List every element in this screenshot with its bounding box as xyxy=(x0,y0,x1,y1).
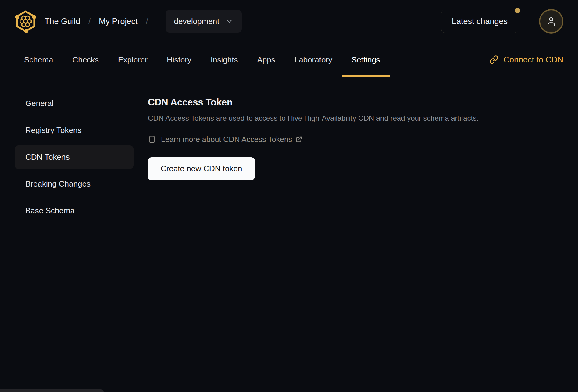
chevron-down-icon xyxy=(225,17,233,25)
tab-history[interactable]: History xyxy=(157,43,201,77)
page-title: CDN Access Token xyxy=(148,97,563,108)
breadcrumb-project[interactable]: My Project xyxy=(99,17,138,26)
latest-changes-label: Latest changes xyxy=(452,17,508,26)
sidebar-item-registry-tokens[interactable]: Registry Tokens xyxy=(15,119,134,142)
user-icon xyxy=(546,16,557,27)
user-avatar[interactable] xyxy=(539,9,563,34)
tab-checks[interactable]: Checks xyxy=(63,43,108,77)
page-description: CDN Access Tokens are used to access to … xyxy=(148,114,563,123)
connect-to-cdn-link[interactable]: Connect to CDN xyxy=(489,55,563,65)
create-cdn-token-button[interactable]: Create new CDN token xyxy=(148,157,255,180)
bottom-partial-toast[interactable] xyxy=(0,389,104,392)
target-selector-dropdown[interactable]: development xyxy=(166,10,242,33)
tab-insights[interactable]: Insights xyxy=(201,43,248,77)
tab-explorer[interactable]: Explorer xyxy=(109,43,157,77)
app-header: The Guild / My Project / development Lat… xyxy=(0,0,578,43)
header-actions: Latest changes xyxy=(441,9,563,34)
project-tabs: Schema Checks Explorer History Insights … xyxy=(0,43,578,77)
settings-sidebar: General Registry Tokens CDN Tokens Break… xyxy=(15,92,134,226)
latest-changes-button[interactable]: Latest changes xyxy=(441,10,518,33)
hive-logo-icon[interactable] xyxy=(15,10,37,33)
cdn-token-panel: CDN Access Token CDN Access Tokens are u… xyxy=(148,92,563,226)
settings-content: General Registry Tokens CDN Tokens Break… xyxy=(0,77,578,226)
notification-dot xyxy=(515,8,520,13)
tab-settings[interactable]: Settings xyxy=(342,43,390,77)
breadcrumb-separator: / xyxy=(146,17,148,26)
chain-link-icon xyxy=(489,55,498,64)
tab-schema[interactable]: Schema xyxy=(15,43,62,77)
breadcrumb-separator: / xyxy=(88,17,91,26)
tab-laboratory[interactable]: Laboratory xyxy=(285,43,342,77)
learn-more-label: Learn more about CDN Access Tokens xyxy=(161,135,292,144)
sidebar-item-base-schema[interactable]: Base Schema xyxy=(15,199,134,223)
tab-apps[interactable]: Apps xyxy=(248,43,284,77)
learn-more-link[interactable]: Learn more about CDN Access Tokens xyxy=(148,135,302,144)
sidebar-item-breaking-changes[interactable]: Breaking Changes xyxy=(15,172,134,196)
book-icon xyxy=(148,135,156,144)
external-link-icon xyxy=(296,136,302,143)
breadcrumb: The Guild / My Project / xyxy=(45,17,156,26)
sidebar-item-cdn-tokens[interactable]: CDN Tokens xyxy=(15,145,134,169)
connect-to-cdn-label: Connect to CDN xyxy=(503,55,563,65)
sidebar-item-general[interactable]: General xyxy=(15,92,134,115)
breadcrumb-org[interactable]: The Guild xyxy=(45,17,80,26)
target-selector-value: development xyxy=(174,17,219,26)
